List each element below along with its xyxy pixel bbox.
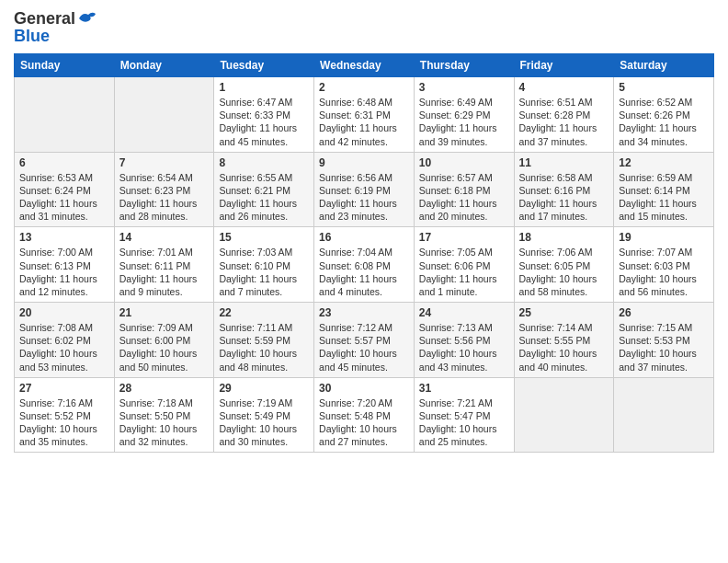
calendar-cell: 15Sunrise: 7:03 AMSunset: 6:10 PMDayligh… <box>214 227 314 303</box>
day-number: 10 <box>419 156 509 169</box>
logo: General Blue <box>14 9 97 46</box>
cell-info: Sunrise: 7:21 AMSunset: 5:47 PMDaylight:… <box>419 397 497 448</box>
calendar-cell: 19Sunrise: 7:07 AMSunset: 6:03 PMDayligh… <box>614 227 714 303</box>
cell-info: Sunrise: 7:19 AMSunset: 5:49 PMDaylight:… <box>219 397 297 448</box>
calendar-cell: 16Sunrise: 7:04 AMSunset: 6:08 PMDayligh… <box>314 227 415 303</box>
day-number: 29 <box>219 382 309 395</box>
calendar-week-row: 13Sunrise: 7:00 AMSunset: 6:13 PMDayligh… <box>15 227 714 303</box>
calendar-cell: 21Sunrise: 7:09 AMSunset: 6:00 PMDayligh… <box>114 303 214 378</box>
weekday-header-cell: Friday <box>514 54 614 77</box>
calendar-cell: 31Sunrise: 7:21 AMSunset: 5:47 PMDayligh… <box>414 377 514 453</box>
calendar-cell: 7Sunrise: 6:54 AMSunset: 6:23 PMDaylight… <box>114 152 214 227</box>
calendar-cell <box>114 77 214 153</box>
calendar-cell: 6Sunrise: 6:53 AMSunset: 6:24 PMDaylight… <box>15 152 115 227</box>
day-number: 26 <box>619 306 709 319</box>
cell-info: Sunrise: 6:58 AMSunset: 6:16 PMDaylight:… <box>519 172 597 223</box>
day-number: 11 <box>519 156 609 169</box>
weekday-header-cell: Monday <box>114 54 214 77</box>
day-number: 18 <box>519 231 609 244</box>
day-number: 7 <box>119 156 210 169</box>
cell-info: Sunrise: 6:52 AMSunset: 6:26 PMDaylight:… <box>619 97 697 147</box>
weekday-header-cell: Wednesday <box>314 54 415 77</box>
day-number: 1 <box>219 81 309 94</box>
day-number: 2 <box>319 81 409 94</box>
day-number: 12 <box>619 156 709 169</box>
calendar-week-row: 1Sunrise: 6:47 AMSunset: 6:33 PMDaylight… <box>15 77 714 153</box>
calendar-cell: 5Sunrise: 6:52 AMSunset: 6:26 PMDaylight… <box>614 77 714 153</box>
calendar-cell: 3Sunrise: 6:49 AMSunset: 6:29 PMDaylight… <box>414 77 514 153</box>
cell-info: Sunrise: 7:15 AMSunset: 5:53 PMDaylight:… <box>619 322 697 373</box>
calendar-cell: 14Sunrise: 7:01 AMSunset: 6:11 PMDayligh… <box>114 227 214 303</box>
calendar-cell: 18Sunrise: 7:06 AMSunset: 6:05 PMDayligh… <box>514 227 614 303</box>
cell-info: Sunrise: 6:47 AMSunset: 6:33 PMDaylight:… <box>219 97 297 147</box>
day-number: 16 <box>319 231 409 244</box>
calendar-cell: 26Sunrise: 7:15 AMSunset: 5:53 PMDayligh… <box>614 303 714 378</box>
cell-info: Sunrise: 7:04 AMSunset: 6:08 PMDaylight:… <box>319 247 397 297</box>
cell-info: Sunrise: 7:18 AMSunset: 5:50 PMDaylight:… <box>119 397 198 448</box>
day-number: 8 <box>219 156 309 169</box>
calendar-cell: 12Sunrise: 6:59 AMSunset: 6:14 PMDayligh… <box>614 152 714 227</box>
calendar-cell: 22Sunrise: 7:11 AMSunset: 5:59 PMDayligh… <box>214 303 314 378</box>
day-number: 31 <box>419 382 509 395</box>
calendar-cell: 30Sunrise: 7:20 AMSunset: 5:48 PMDayligh… <box>314 377 415 453</box>
cell-info: Sunrise: 7:00 AMSunset: 6:13 PMDaylight:… <box>19 247 97 297</box>
calendar-cell: 8Sunrise: 6:55 AMSunset: 6:21 PMDaylight… <box>214 152 314 227</box>
day-number: 15 <box>219 231 309 244</box>
page-header: General Blue <box>14 9 714 46</box>
calendar-week-row: 6Sunrise: 6:53 AMSunset: 6:24 PMDaylight… <box>15 152 714 227</box>
calendar-cell: 28Sunrise: 7:18 AMSunset: 5:50 PMDayligh… <box>114 377 214 453</box>
day-number: 9 <box>319 156 409 169</box>
day-number: 23 <box>319 306 409 319</box>
calendar-cell: 9Sunrise: 6:56 AMSunset: 6:19 PMDaylight… <box>314 152 415 227</box>
day-number: 19 <box>619 231 709 244</box>
weekday-header-cell: Sunday <box>15 54 115 77</box>
calendar-cell <box>514 377 614 453</box>
cell-info: Sunrise: 7:16 AMSunset: 5:52 PMDaylight:… <box>19 397 97 448</box>
day-number: 27 <box>19 382 109 395</box>
cell-info: Sunrise: 6:48 AMSunset: 6:31 PMDaylight:… <box>319 97 397 147</box>
cell-info: Sunrise: 7:20 AMSunset: 5:48 PMDaylight:… <box>319 397 397 448</box>
logo-bird-icon <box>77 10 97 27</box>
calendar-cell: 17Sunrise: 7:05 AMSunset: 6:06 PMDayligh… <box>414 227 514 303</box>
cell-info: Sunrise: 7:06 AMSunset: 6:05 PMDaylight:… <box>519 247 597 297</box>
weekday-header-cell: Thursday <box>414 54 514 77</box>
day-number: 5 <box>619 81 709 94</box>
calendar-cell: 2Sunrise: 6:48 AMSunset: 6:31 PMDaylight… <box>314 77 415 153</box>
day-number: 24 <box>419 306 509 319</box>
weekday-header-cell: Saturday <box>614 54 714 77</box>
logo-general-text: General <box>14 9 75 29</box>
day-number: 22 <box>219 306 309 319</box>
day-number: 30 <box>319 382 409 395</box>
calendar-cell <box>15 77 115 153</box>
day-number: 3 <box>419 81 509 94</box>
day-number: 6 <box>19 156 109 169</box>
cell-info: Sunrise: 7:13 AMSunset: 5:56 PMDaylight:… <box>419 322 497 373</box>
day-number: 25 <box>519 306 609 319</box>
calendar-cell: 10Sunrise: 6:57 AMSunset: 6:18 PMDayligh… <box>414 152 514 227</box>
cell-info: Sunrise: 6:57 AMSunset: 6:18 PMDaylight:… <box>419 172 497 223</box>
calendar-cell: 24Sunrise: 7:13 AMSunset: 5:56 PMDayligh… <box>414 303 514 378</box>
cell-info: Sunrise: 6:49 AMSunset: 6:29 PMDaylight:… <box>419 97 497 147</box>
cell-info: Sunrise: 6:53 AMSunset: 6:24 PMDaylight:… <box>19 172 97 223</box>
cell-info: Sunrise: 7:03 AMSunset: 6:10 PMDaylight:… <box>219 247 297 297</box>
cell-info: Sunrise: 7:07 AMSunset: 6:03 PMDaylight:… <box>619 247 697 297</box>
calendar-week-row: 27Sunrise: 7:16 AMSunset: 5:52 PMDayligh… <box>15 377 714 453</box>
calendar-cell: 25Sunrise: 7:14 AMSunset: 5:55 PMDayligh… <box>514 303 614 378</box>
calendar-table: SundayMondayTuesdayWednesdayThursdayFrid… <box>14 53 714 453</box>
cell-info: Sunrise: 7:12 AMSunset: 5:57 PMDaylight:… <box>319 322 397 373</box>
cell-info: Sunrise: 7:14 AMSunset: 5:55 PMDaylight:… <box>519 322 597 373</box>
calendar-cell: 23Sunrise: 7:12 AMSunset: 5:57 PMDayligh… <box>314 303 415 378</box>
calendar-body: 1Sunrise: 6:47 AMSunset: 6:33 PMDaylight… <box>15 77 714 453</box>
calendar-cell: 20Sunrise: 7:08 AMSunset: 6:02 PMDayligh… <box>15 303 115 378</box>
logo-blue-text: Blue <box>14 27 50 46</box>
calendar-cell: 1Sunrise: 6:47 AMSunset: 6:33 PMDaylight… <box>214 77 314 153</box>
calendar-cell: 13Sunrise: 7:00 AMSunset: 6:13 PMDayligh… <box>15 227 115 303</box>
calendar-cell <box>614 377 714 453</box>
cell-info: Sunrise: 7:08 AMSunset: 6:02 PMDaylight:… <box>19 322 97 373</box>
calendar-cell: 27Sunrise: 7:16 AMSunset: 5:52 PMDayligh… <box>15 377 115 453</box>
day-number: 13 <box>19 231 109 244</box>
day-number: 17 <box>419 231 509 244</box>
day-number: 20 <box>19 306 109 319</box>
calendar-cell: 29Sunrise: 7:19 AMSunset: 5:49 PMDayligh… <box>214 377 314 453</box>
cell-info: Sunrise: 6:54 AMSunset: 6:23 PMDaylight:… <box>119 172 198 223</box>
